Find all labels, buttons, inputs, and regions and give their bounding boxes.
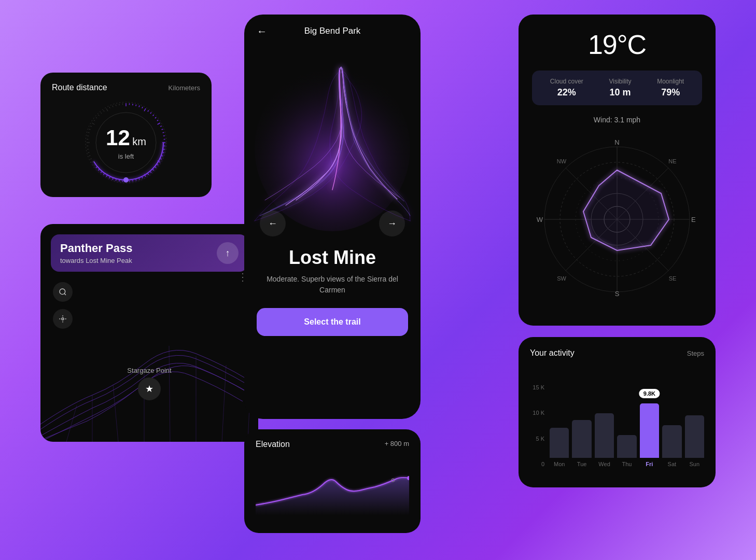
dial-center: 12 km is left <box>106 125 146 160</box>
stargaze-button[interactable]: ★ <box>138 377 161 400</box>
svg-line-51 <box>90 159 92 159</box>
elevation-value: + 800 m <box>385 440 409 447</box>
svg-line-80 <box>113 385 118 442</box>
bar-day-label: Fri <box>646 461 653 467</box>
wind-label: Wind: 3.1 mph <box>532 116 702 124</box>
temperature-display: 19°C <box>532 29 702 60</box>
mountain-visualization <box>244 45 421 231</box>
visibility-value: 10 m <box>609 87 631 98</box>
moonlight-value: 79% <box>657 87 684 98</box>
distance-unit: km <box>132 136 146 147</box>
activity-bar <box>595 413 614 458</box>
svg-line-47 <box>98 170 99 171</box>
svg-line-48 <box>96 167 97 168</box>
trail-card: Panther Pass towards Lost Mine Peak ↑ ⋮ <box>40 224 258 442</box>
search-button[interactable] <box>53 282 73 302</box>
svg-line-53 <box>88 152 90 153</box>
trail-name-box: Panther Pass towards Lost Mine Peak ↑ <box>51 234 248 272</box>
svg-text:N: N <box>614 138 619 146</box>
svg-line-61 <box>90 126 92 127</box>
svg-line-22 <box>163 149 165 150</box>
svg-line-70 <box>113 106 113 107</box>
bar-column: Tue <box>572 384 591 467</box>
trail-description: Moderate. Superb views of the Sierra del… <box>257 274 408 296</box>
svg-line-54 <box>87 149 89 150</box>
weather-card: 19°C Cloud cover 22% Visibility 10 m Moo… <box>519 15 716 326</box>
dial-label: is left <box>106 152 146 160</box>
svg-line-12 <box>155 117 156 118</box>
svg-line-59 <box>88 132 90 133</box>
svg-text:NE: NE <box>668 158 676 164</box>
chart-wrapper: 15 K 10 K 5 K 0 MonTueWedThu9.8KFriSatSu… <box>530 366 704 467</box>
svg-line-35 <box>136 179 136 181</box>
bar-column: Mon <box>550 384 569 467</box>
phone-card: ← Big Bend Park <box>244 15 421 419</box>
bar-day-label: Tue <box>577 461 587 467</box>
route-dial: 12 km is left <box>52 99 200 187</box>
svg-text:W: W <box>537 216 543 223</box>
svg-point-75 <box>123 177 129 183</box>
moonlight-label: Moonlight <box>657 78 684 85</box>
activity-card: Your activity Steps 15 K 10 K 5 K 0 MonT… <box>519 337 716 487</box>
svg-line-71 <box>116 105 116 106</box>
svg-line-16 <box>162 129 163 130</box>
svg-point-86 <box>255 65 410 231</box>
route-card-title: Route distance <box>52 83 107 92</box>
svg-line-30 <box>150 172 151 173</box>
visibility-label: Visibility <box>609 78 631 85</box>
trail-subtitle: towards Lost Mine Peak <box>60 257 132 264</box>
svg-line-5 <box>136 105 136 106</box>
prev-trail-button[interactable]: ← <box>260 211 286 236</box>
svg-text:E: E <box>691 216 696 223</box>
park-name: Big Bend Park <box>304 26 361 36</box>
activity-unit: Steps <box>687 349 704 357</box>
svg-line-64 <box>96 117 97 118</box>
svg-line-49 <box>94 164 95 165</box>
route-card-unit: Kilometers <box>169 84 200 92</box>
svg-line-17 <box>163 132 164 133</box>
elevation-svg <box>256 453 409 515</box>
bar-day-label: Wed <box>598 461 610 467</box>
svg-line-9 <box>148 110 149 111</box>
svg-text:SE: SE <box>669 275 677 282</box>
stargaze-label: Stargaze Point <box>127 367 171 374</box>
svg-line-62 <box>92 123 94 124</box>
cloud-cover-label: Cloud cover <box>550 78 583 85</box>
select-trail-button[interactable]: Select the trail <box>257 308 408 336</box>
compass: N E S W NE SE SW NW <box>532 131 702 307</box>
svg-text:S: S <box>615 290 620 298</box>
svg-line-18 <box>163 136 165 136</box>
svg-line-84 <box>222 365 226 442</box>
svg-line-25 <box>160 159 162 159</box>
bar-day-label: Sat <box>668 461 677 467</box>
chart-y-axis: 15 K 10 K 5 K 0 <box>530 384 544 467</box>
elevation-card: Elevation + 800 m <box>244 429 421 533</box>
svg-line-72 <box>119 104 120 105</box>
bar-column: 9.8KFri <box>640 384 659 467</box>
activity-bar <box>617 435 636 458</box>
next-trail-button[interactable]: → <box>379 211 405 236</box>
svg-line-29 <box>153 170 154 171</box>
svg-line-58 <box>87 136 89 136</box>
activity-bar <box>550 428 569 458</box>
activity-header: Your activity Steps <box>530 348 704 358</box>
svg-line-8 <box>144 108 146 111</box>
svg-line-65 <box>98 115 99 116</box>
trail-arrow-button[interactable]: ↑ <box>217 242 239 264</box>
left-arrow-icon: ← <box>268 218 277 229</box>
svg-line-31 <box>148 174 149 175</box>
elevation-chart <box>256 453 409 517</box>
star-icon: ★ <box>145 383 153 395</box>
back-button[interactable]: ← <box>257 25 267 37</box>
activity-bar <box>662 425 681 458</box>
svg-line-14 <box>158 123 160 124</box>
svg-line-42 <box>113 178 113 180</box>
bar-day-label: Thu <box>622 461 632 467</box>
route-card-header: Route distance Kilometers <box>52 83 200 92</box>
svg-line-68 <box>106 108 108 111</box>
svg-line-15 <box>160 126 162 127</box>
svg-line-6 <box>139 106 139 107</box>
svg-line-40 <box>119 180 120 181</box>
svg-line-27 <box>157 164 158 165</box>
svg-line-69 <box>109 107 110 108</box>
